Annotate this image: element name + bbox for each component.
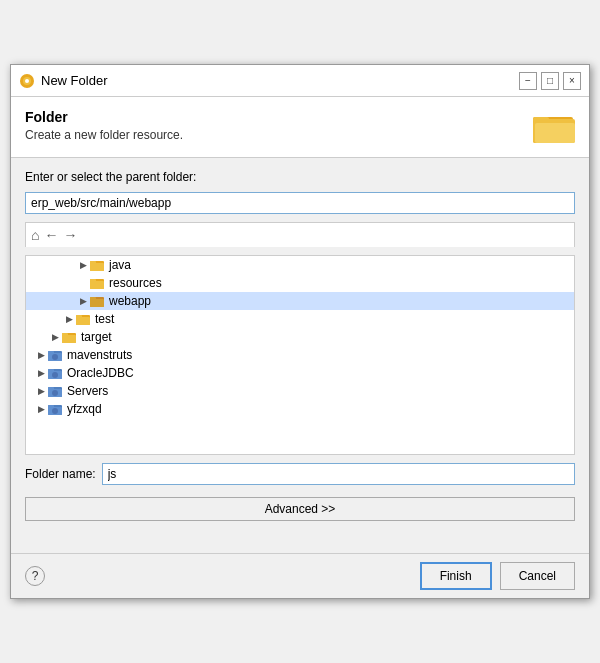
folder-icon-target — [62, 330, 78, 344]
folder-name-label: Folder name: — [25, 467, 96, 481]
tree-item-oracle[interactable]: ▶ OracleJDBC — [26, 364, 574, 382]
window-title: New Folder — [41, 73, 513, 88]
home-icon: ⌂ — [31, 227, 39, 243]
svg-point-38 — [52, 408, 58, 414]
folder-icon-yfzxqd — [48, 402, 64, 416]
forward-button[interactable]: → — [62, 226, 78, 244]
folder-icon-servers — [48, 384, 64, 398]
tree-container[interactable]: ▶ java resources — [25, 255, 575, 455]
bottom-spacer — [11, 533, 589, 553]
back-icon: ← — [44, 227, 58, 243]
tree-label-mavenstruts: mavenstruts — [67, 348, 132, 362]
footer-left: ? — [25, 566, 45, 586]
tree-label-oracle: OracleJDBC — [67, 366, 134, 380]
svg-rect-15 — [90, 299, 104, 307]
tree-label-test: test — [95, 312, 114, 326]
svg-rect-25 — [48, 351, 54, 354]
tree-item-mavenstruts[interactable]: ▶ mavenstruts — [26, 346, 574, 364]
folder-icon-mavenstruts — [48, 348, 64, 362]
svg-point-2 — [25, 79, 29, 83]
folder-name-row: Folder name: — [25, 463, 575, 485]
minimize-button[interactable]: − — [519, 72, 537, 90]
tree-label-webapp: webapp — [109, 294, 151, 308]
title-bar: New Folder − □ × — [11, 65, 589, 97]
help-button[interactable]: ? — [25, 566, 45, 586]
back-button[interactable]: ← — [43, 226, 59, 244]
tree-item-test[interactable]: ▶ test — [26, 310, 574, 328]
tree-item-webapp[interactable]: ▶ webapp — [26, 292, 574, 310]
folder-icon-oracle — [48, 366, 64, 380]
window-body: Folder Create a new folder resource. Ent… — [11, 97, 589, 598]
folder-icon-java — [90, 258, 106, 272]
svg-rect-21 — [62, 335, 76, 343]
svg-rect-16 — [90, 297, 96, 300]
window-controls: − □ × — [519, 72, 581, 90]
svg-rect-19 — [76, 315, 82, 318]
advanced-button[interactable]: Advanced >> — [25, 497, 575, 521]
folder-large-icon — [533, 109, 575, 145]
svg-rect-37 — [48, 405, 54, 408]
header-subtitle: Create a new folder resource. — [25, 128, 183, 142]
tree-toggle-yfzxqd: ▶ — [34, 402, 48, 416]
footer: ? Finish Cancel — [11, 553, 589, 598]
tree-item-resources[interactable]: resources — [26, 274, 574, 292]
tree-toggle-target: ▶ — [48, 330, 62, 344]
home-button[interactable]: ⌂ — [30, 226, 40, 244]
svg-rect-22 — [62, 333, 68, 336]
finish-button[interactable]: Finish — [420, 562, 492, 590]
folder-icon-resources — [90, 276, 106, 290]
tree-toggle-oracle: ▶ — [34, 366, 48, 380]
tree-label-resources: resources — [109, 276, 162, 290]
footer-right: Finish Cancel — [420, 562, 575, 590]
close-button[interactable]: × — [563, 72, 581, 90]
tree-toggle-java: ▶ — [76, 258, 90, 272]
tree-toolbar: ⌂ ← → — [25, 222, 575, 247]
svg-point-26 — [52, 354, 58, 360]
help-icon: ? — [32, 569, 39, 583]
tree-item-java[interactable]: ▶ java — [26, 256, 574, 274]
svg-rect-9 — [90, 263, 104, 271]
svg-rect-33 — [48, 387, 54, 390]
tree-toggle-mavenstruts: ▶ — [34, 348, 48, 362]
header-text: Folder Create a new folder resource. — [25, 109, 183, 142]
svg-rect-7 — [535, 123, 575, 143]
folder-icon-webapp — [90, 294, 106, 308]
tree-label-target: target — [81, 330, 112, 344]
svg-point-34 — [52, 390, 58, 396]
svg-point-30 — [52, 372, 58, 378]
new-folder-dialog: New Folder − □ × Folder Create a new fol… — [10, 64, 590, 599]
tree-label-java: java — [109, 258, 131, 272]
folder-icon-test — [76, 312, 92, 326]
svg-rect-29 — [48, 369, 54, 372]
svg-rect-10 — [90, 261, 96, 264]
main-content: Enter or select the parent folder: ⌂ ← → — [11, 158, 589, 533]
svg-rect-13 — [90, 279, 96, 282]
header-section: Folder Create a new folder resource. — [11, 97, 589, 158]
header-title: Folder — [25, 109, 183, 125]
folder-name-input[interactable] — [102, 463, 575, 485]
maximize-button[interactable]: □ — [541, 72, 559, 90]
tree-item-yfzxqd[interactable]: ▶ yfzxqd — [26, 400, 574, 418]
svg-rect-12 — [90, 281, 104, 289]
tree-item-target[interactable]: ▶ target — [26, 328, 574, 346]
tree-toggle-test: ▶ — [62, 312, 76, 326]
tree-toggle-webapp: ▶ — [76, 294, 90, 308]
tree-item-servers[interactable]: ▶ Servers — [26, 382, 574, 400]
tree-label-servers: Servers — [67, 384, 108, 398]
app-icon — [19, 73, 35, 89]
parent-folder-input[interactable] — [25, 192, 575, 214]
cancel-button[interactable]: Cancel — [500, 562, 575, 590]
tree-label-yfzxqd: yfzxqd — [67, 402, 102, 416]
tree-toggle-servers: ▶ — [34, 384, 48, 398]
svg-rect-18 — [76, 317, 90, 325]
parent-folder-label: Enter or select the parent folder: — [25, 170, 575, 184]
forward-icon: → — [63, 227, 77, 243]
